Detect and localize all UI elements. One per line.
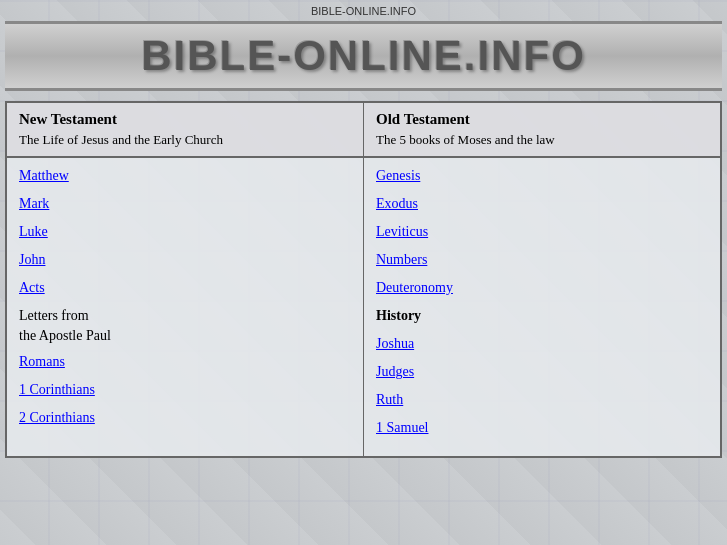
letters-label2: the Apostle Paul (19, 328, 351, 344)
link-1samuel[interactable]: 1 Samuel (376, 420, 708, 436)
link-matthew[interactable]: Matthew (19, 168, 351, 184)
history-label: History (376, 308, 708, 324)
page-wrapper: BIBLE-ONLINE.INFO BIBLE-ONLINE.INFO New … (0, 0, 727, 463)
ot-books-cell: Genesis Exodus Leviticus Numbers Deutero… (364, 157, 722, 457)
link-deuteronomy[interactable]: Deuteronomy (376, 280, 708, 296)
link-numbers[interactable]: Numbers (376, 252, 708, 268)
link-ruth[interactable]: Ruth (376, 392, 708, 408)
nt-header-cell: New Testament The Life of Jesus and the … (6, 102, 364, 157)
letters-label1: Letters from (19, 308, 351, 324)
header-row: New Testament The Life of Jesus and the … (6, 102, 721, 157)
ot-header-cell: Old Testament The 5 books of Moses and t… (364, 102, 722, 157)
link-exodus[interactable]: Exodus (376, 196, 708, 212)
site-url: BIBLE-ONLINE.INFO (5, 5, 722, 17)
main-table: New Testament The Life of Jesus and the … (5, 101, 722, 458)
ot-subtitle: The 5 books of Moses and the law (376, 132, 555, 147)
link-joshua[interactable]: Joshua (376, 336, 708, 352)
link-luke[interactable]: Luke (19, 224, 351, 240)
site-title: BIBLE-ONLINE.INFO (5, 21, 722, 91)
link-acts[interactable]: Acts (19, 280, 351, 296)
link-mark[interactable]: Mark (19, 196, 351, 212)
link-romans[interactable]: Romans (19, 354, 351, 370)
nt-title: New Testament (19, 111, 351, 128)
link-judges[interactable]: Judges (376, 364, 708, 380)
link-1corinthians[interactable]: 1 Corinthians (19, 382, 351, 398)
link-leviticus[interactable]: Leviticus (376, 224, 708, 240)
ot-title: Old Testament (376, 111, 708, 128)
link-john[interactable]: John (19, 252, 351, 268)
content-row: Matthew Mark Luke John Acts Letters from… (6, 157, 721, 457)
link-2corinthians[interactable]: 2 Corinthians (19, 410, 351, 426)
link-genesis[interactable]: Genesis (376, 168, 708, 184)
nt-subtitle: The Life of Jesus and the Early Church (19, 132, 223, 147)
nt-books-cell: Matthew Mark Luke John Acts Letters from… (6, 157, 364, 457)
